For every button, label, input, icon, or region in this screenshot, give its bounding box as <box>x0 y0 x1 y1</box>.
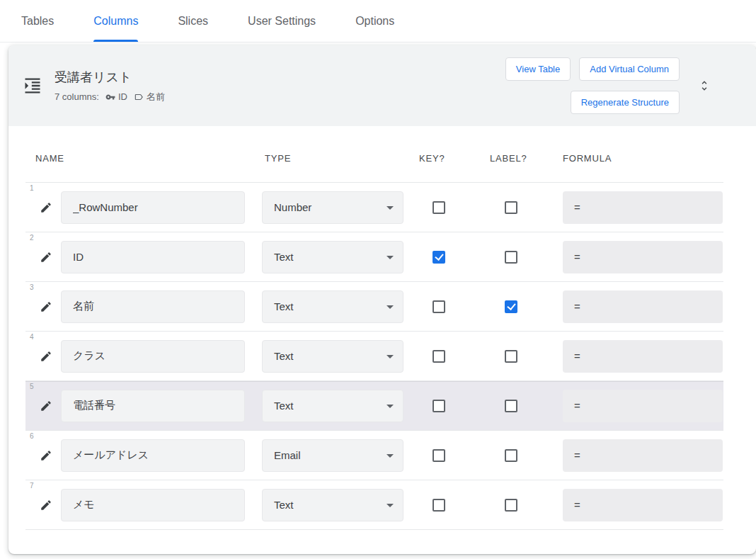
label-checkbox[interactable] <box>505 350 517 363</box>
formula-field[interactable]: = <box>563 489 723 521</box>
row-edit-cell: 4 <box>25 347 61 366</box>
caret-down-icon <box>382 348 399 365</box>
column-type-value: Text <box>274 499 294 511</box>
column-type-select[interactable]: Text <box>262 340 403 373</box>
table-title: 受講者リスト <box>55 69 165 86</box>
label-checkbox[interactable] <box>505 300 517 313</box>
formula-text: = <box>574 499 580 511</box>
label-checkbox[interactable] <box>505 499 517 512</box>
caret-down-icon <box>382 497 399 514</box>
column-type-value: Text <box>274 251 294 263</box>
row-number: 5 <box>30 383 34 390</box>
table-card-header: 受講者リスト 7 columns: ID 名前 Vi <box>8 45 756 126</box>
label-cell <box>474 251 548 264</box>
regenerate-structure-button[interactable]: Regenerate Structure <box>571 91 680 114</box>
column-type-cell: Number <box>262 191 403 224</box>
table-structure-icon-svg <box>23 76 42 96</box>
column-name-input[interactable] <box>61 439 245 472</box>
edit-column-button[interactable] <box>37 347 55 366</box>
edit-column-button[interactable] <box>37 298 55 316</box>
key-checkbox[interactable] <box>433 499 445 512</box>
label-cell <box>474 201 548 214</box>
column-name-input[interactable] <box>61 390 245 422</box>
label-cell <box>474 300 548 313</box>
column-type-select[interactable]: Email <box>262 439 403 472</box>
column-type-select[interactable]: Text <box>262 290 403 323</box>
formula-cell: = <box>548 489 723 521</box>
formula-text: = <box>574 449 580 461</box>
label-column-badge[interactable]: 名前 <box>134 91 165 103</box>
column-name-input[interactable] <box>61 489 245 521</box>
column-type-cell: Email <box>262 439 403 472</box>
key-checkbox[interactable] <box>433 400 445 412</box>
column-name-cell <box>61 241 245 273</box>
edit-column-button[interactable] <box>37 198 55 217</box>
columns-table-header: NAME TYPE KEY? LABEL? FORMULA <box>25 126 723 183</box>
formula-field[interactable]: = <box>563 340 723 373</box>
column-type-select[interactable]: Text <box>262 241 403 273</box>
label-checkbox[interactable] <box>505 449 517 462</box>
formula-field[interactable]: = <box>563 290 723 323</box>
formula-field[interactable]: = <box>563 191 723 224</box>
key-column-badge[interactable]: ID <box>105 91 127 102</box>
label-checkbox[interactable] <box>505 251 517 264</box>
table-row: 6 Email = <box>25 431 723 480</box>
edit-column-button[interactable] <box>37 496 55 514</box>
key-checkbox[interactable] <box>433 201 445 214</box>
add-virtual-column-button[interactable]: Add Virtual Column <box>579 57 680 81</box>
column-type-select[interactable]: Number <box>262 191 403 224</box>
tab-slices[interactable]: Slices <box>178 0 208 42</box>
pencil-icon <box>40 499 52 512</box>
tab-user-settings[interactable]: User Settings <box>248 0 316 42</box>
column-type-value: Email <box>274 449 301 461</box>
label-checkbox[interactable] <box>505 400 517 412</box>
key-cell <box>403 300 474 313</box>
key-cell <box>403 251 474 264</box>
table-row: 5 Text = <box>25 381 723 431</box>
row-number: 3 <box>30 283 34 291</box>
pencil-icon <box>40 350 52 363</box>
column-name-cell <box>61 340 245 373</box>
table-structure-icon <box>23 76 42 96</box>
key-cell <box>403 449 474 462</box>
key-column-name: ID <box>118 91 127 102</box>
edit-column-button[interactable] <box>37 397 55 415</box>
key-checkbox[interactable] <box>433 251 445 264</box>
view-table-button[interactable]: View Table <box>505 57 571 81</box>
column-name-input[interactable] <box>61 340 245 373</box>
label-checkbox[interactable] <box>505 201 517 214</box>
table-row: 4 Text = <box>25 332 723 381</box>
table-row: 2 Text = <box>25 232 723 282</box>
edit-column-button[interactable] <box>37 248 55 266</box>
row-edit-cell: 6 <box>25 446 61 465</box>
formula-field[interactable]: = <box>563 241 723 273</box>
formula-field[interactable]: = <box>563 439 723 472</box>
key-checkbox[interactable] <box>433 350 445 363</box>
header-actions-row-2: Regenerate Structure <box>571 91 680 114</box>
tab-options[interactable]: Options <box>355 0 394 42</box>
column-name-cell <box>61 390 245 422</box>
column-type-select[interactable]: Text <box>262 390 403 422</box>
row-edit-cell: 2 <box>25 248 61 266</box>
key-checkbox[interactable] <box>433 449 445 462</box>
tab-label: Columns <box>93 15 138 28</box>
caret-down-icon <box>382 249 399 266</box>
tab-tables[interactable]: Tables <box>21 0 54 42</box>
tab-label: Tables <box>21 15 54 28</box>
column-name-cell <box>61 191 245 224</box>
tab-columns[interactable]: Columns <box>93 0 138 42</box>
edit-column-button[interactable] <box>37 446 55 465</box>
key-cell <box>403 201 474 214</box>
row-edit-cell: 7 <box>25 496 61 514</box>
key-checkbox[interactable] <box>433 300 445 313</box>
caret-down-icon <box>382 447 399 464</box>
column-name-input[interactable] <box>61 290 245 323</box>
column-type-select[interactable]: Text <box>262 489 403 521</box>
column-name-input[interactable] <box>61 241 245 273</box>
formula-field[interactable]: = <box>563 390 723 422</box>
column-name-cell <box>61 489 245 521</box>
column-name-input[interactable] <box>61 191 245 224</box>
collapse-expand-button[interactable] <box>697 78 712 94</box>
column-type-cell: Text <box>262 340 403 373</box>
key-cell <box>403 400 474 412</box>
